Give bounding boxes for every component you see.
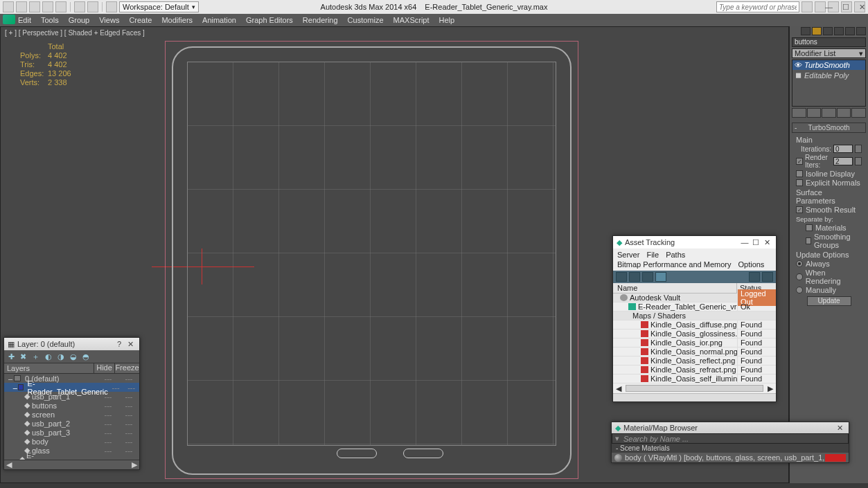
explicit-normals-checkbox[interactable] bbox=[796, 179, 803, 186]
menu-customize[interactable]: Customize bbox=[348, 16, 384, 24]
asset-row[interactable]: Kindle_Oasis_self_illumination.pngFound bbox=[613, 374, 776, 383]
display-tab-icon[interactable] bbox=[845, 27, 855, 35]
qat-icon[interactable] bbox=[16, 1, 27, 12]
chevron-down-icon[interactable]: ▾ bbox=[615, 434, 623, 443]
menu-paths[interactable]: Paths bbox=[666, 251, 685, 259]
asset-row[interactable]: Maps / Shaders bbox=[613, 311, 776, 320]
menu-group[interactable]: Group bbox=[69, 16, 90, 24]
utilities-tab-icon[interactable] bbox=[856, 27, 866, 35]
tree-view-icon[interactable] bbox=[629, 272, 640, 282]
modifier-stack-item[interactable]: ◼ Editable Poly bbox=[792, 70, 865, 80]
update-button[interactable]: Update bbox=[807, 296, 851, 306]
qat-icon[interactable] bbox=[87, 1, 98, 12]
layer-manager-dialog[interactable]: ▦ Layer: 0 (default) ? ✕ ✚ ✖ ＋ ◐ ◑ ◒ ◓ L… bbox=[3, 337, 140, 470]
settings-icon[interactable] bbox=[762, 272, 773, 282]
search-input[interactable] bbox=[716, 1, 799, 12]
material-search-field[interactable]: ▾ Search by Name ... bbox=[612, 433, 849, 444]
refresh-icon[interactable] bbox=[616, 272, 627, 282]
qat-icon[interactable] bbox=[42, 1, 53, 12]
hierarchy-tab-icon[interactable] bbox=[823, 27, 833, 35]
menu-help[interactable]: Help bbox=[439, 16, 455, 24]
asset-row[interactable]: Kindle_Oasis_diffuse.pngFound bbox=[613, 320, 776, 329]
menu-animation[interactable]: Animation bbox=[202, 16, 236, 24]
col-layers[interactable]: Layers bbox=[4, 363, 94, 373]
modify-tab-icon[interactable] bbox=[812, 27, 822, 35]
menu-edit[interactable]: Edit bbox=[18, 16, 31, 24]
close-button[interactable]: ✕ bbox=[834, 424, 845, 433]
material-category-header[interactable]: - Scene Materials bbox=[612, 444, 849, 453]
highlight-select-icon[interactable]: ◑ bbox=[57, 352, 64, 361]
wireframe-model[interactable] bbox=[162, 33, 581, 479]
search-icon[interactable] bbox=[801, 1, 813, 12]
add-to-layer-icon[interactable]: ＋ bbox=[32, 352, 39, 362]
asset-list[interactable]: Autodesk VaultLogged OutE-Reader_Tablet_… bbox=[613, 293, 776, 383]
asset-tracking-dialog[interactable]: ◆ Asset Tracking — ☐ ✕ Server File Paths… bbox=[612, 235, 777, 402]
show-end-result-icon[interactable] bbox=[807, 108, 822, 118]
sep-materials-checkbox[interactable] bbox=[806, 224, 813, 231]
menu-bitmap[interactable]: Bitmap Performance and Memory bbox=[617, 260, 731, 269]
viewport-label[interactable]: [ + ] [ Perspective ] [ Shaded + Edged F… bbox=[5, 29, 145, 37]
list-view-icon[interactable] bbox=[655, 272, 666, 282]
help-button[interactable]: ? bbox=[114, 340, 125, 348]
delete-layer-icon[interactable]: ✖ bbox=[20, 352, 26, 361]
modifier-list-dropdown[interactable]: Modifier List ▾ bbox=[792, 48, 866, 58]
table-view-icon[interactable] bbox=[642, 272, 653, 282]
menu-file[interactable]: File bbox=[646, 251, 659, 259]
layer-row[interactable]: ◆screen------ bbox=[4, 410, 139, 419]
col-name[interactable]: Name bbox=[613, 283, 737, 293]
asset-row[interactable]: Kindle_Oasis_reflect.pngFound bbox=[613, 356, 776, 365]
layer-row[interactable]: ◆E-Reader_Tablet_Generic------ bbox=[4, 455, 139, 460]
spinner-arrows-icon[interactable] bbox=[855, 157, 862, 165]
asset-h-scrollbar[interactable]: ◀▶ bbox=[613, 383, 776, 393]
qat-icon[interactable] bbox=[55, 1, 67, 12]
col-freeze[interactable]: Freeze bbox=[115, 363, 139, 373]
modifier-stack-item[interactable]: 👁 TurboSmooth bbox=[792, 60, 865, 70]
workspace-dropdown[interactable]: Workspace: Default ▾ bbox=[119, 1, 199, 12]
update-render-radio[interactable] bbox=[796, 273, 803, 280]
menu-create[interactable]: Create bbox=[129, 16, 152, 24]
asset-row[interactable]: Kindle_Oasis_refract.pngFound bbox=[613, 365, 776, 374]
expand-icon[interactable]: ◼ bbox=[795, 71, 801, 80]
qat-icon[interactable] bbox=[74, 1, 85, 12]
select-highlight-icon[interactable]: ◐ bbox=[45, 352, 52, 361]
rollout-header[interactable]: TurboSmooth bbox=[792, 123, 866, 133]
layer-row[interactable]: ◆body------ bbox=[4, 437, 139, 446]
minimize-button[interactable]: — bbox=[739, 238, 750, 246]
status-icon[interactable] bbox=[749, 272, 760, 282]
qat-icon[interactable] bbox=[29, 1, 40, 12]
visibility-icon[interactable]: 👁 bbox=[795, 61, 801, 69]
menu-tools[interactable]: Tools bbox=[41, 16, 59, 24]
asset-row[interactable]: Kindle_Oasis_ior.pngFound bbox=[613, 338, 776, 347]
modifier-stack[interactable]: 👁 TurboSmooth ◼ Editable Poly bbox=[792, 60, 866, 107]
render-iters-spinner[interactable]: 2 bbox=[833, 157, 853, 165]
menu-rendering[interactable]: Rendering bbox=[303, 16, 338, 24]
material-map-browser-dialog[interactable]: ◆ Material/Map Browser ✕ ▾ Search by Nam… bbox=[611, 422, 849, 463]
hide-unhide-icon[interactable]: ◒ bbox=[70, 352, 77, 361]
qat-icon[interactable] bbox=[106, 1, 117, 12]
material-item[interactable]: body ( VRayMtl ) [body, buttons, glass, … bbox=[612, 453, 849, 462]
asset-row[interactable]: Autodesk VaultLogged Out bbox=[613, 293, 776, 302]
layer-row[interactable]: ◆usb_part_3------ bbox=[4, 428, 139, 437]
render-iters-checkbox[interactable]: ✓ bbox=[796, 158, 803, 165]
update-manual-radio[interactable] bbox=[796, 287, 803, 293]
menu-modifiers[interactable]: Modifiers bbox=[161, 16, 193, 24]
create-tab-icon[interactable] bbox=[801, 27, 811, 35]
pin-stack-icon[interactable] bbox=[792, 108, 806, 118]
smooth-result-checkbox[interactable]: ✓ bbox=[796, 206, 803, 213]
new-layer-icon[interactable]: ✚ bbox=[8, 352, 15, 361]
object-name-field[interactable]: buttons bbox=[792, 37, 866, 47]
menu-graph-editors[interactable]: Graph Editors bbox=[246, 16, 293, 24]
close-button[interactable]: ✕ bbox=[859, 3, 865, 12]
subscription-icon[interactable] bbox=[815, 1, 826, 12]
layer-row[interactable]: ◆buttons------ bbox=[4, 401, 139, 410]
app-logo-icon[interactable] bbox=[3, 15, 15, 24]
menu-maxscript[interactable]: MAXScript bbox=[393, 16, 429, 24]
col-hide[interactable]: Hide bbox=[94, 363, 115, 373]
maximize-button[interactable]: ☐ bbox=[750, 238, 761, 247]
layer-tree[interactable]: –0 (default)------–E-Reader_Tablet_Gener… bbox=[4, 374, 139, 460]
isoline-checkbox[interactable] bbox=[796, 170, 803, 177]
qat-icon[interactable] bbox=[3, 1, 14, 12]
motion-tab-icon[interactable] bbox=[834, 27, 844, 35]
close-button[interactable]: ✕ bbox=[125, 340, 136, 349]
menu-server[interactable]: Server bbox=[617, 251, 639, 259]
